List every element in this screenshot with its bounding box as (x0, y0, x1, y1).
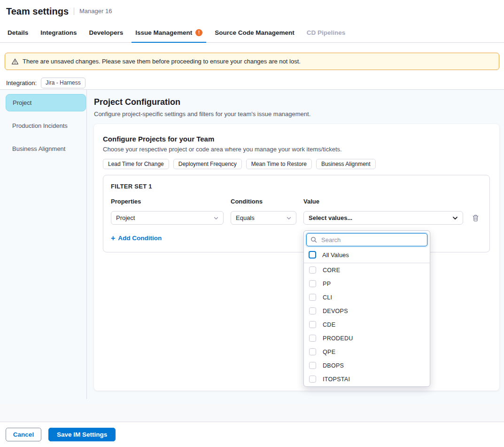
option-checkbox[interactable] (309, 376, 316, 383)
properties-column-label: Properties (111, 198, 224, 205)
dropdown-option[interactable]: PP (306, 277, 427, 290)
filter-set: FILTER SET 1 Properties Conditions Value… (103, 175, 490, 252)
select-all-option[interactable]: All Values (306, 246, 427, 263)
dropdown-option[interactable]: CORE (306, 263, 427, 277)
search-input[interactable] (320, 236, 423, 244)
option-checkbox[interactable] (309, 307, 316, 314)
main-panel: Project Configuration Configure project-… (87, 90, 504, 404)
condition-select[interactable]: Equals (231, 211, 296, 225)
integration-row: Integration: Jira - Harness (6, 77, 504, 89)
tab-label: Source Code Management (215, 29, 295, 36)
chevron-down-icon (286, 215, 292, 221)
option-label: DEVOPS (323, 308, 348, 314)
settings-sidebar: Project Production Incidents Business Al… (0, 90, 87, 399)
plus-icon: + (111, 235, 115, 241)
configure-projects-card: Configure Projects for your Team Choose … (94, 124, 499, 391)
dropdown-option[interactable]: QPE (306, 345, 427, 359)
value-column-label: Value (303, 198, 463, 205)
sidebar-item[interactable]: Project (6, 94, 86, 111)
sidebar-item-label: Business Alignment (12, 145, 65, 152)
banner-text: There are unsaved changes. Please save t… (23, 58, 301, 65)
warning-triangle-icon (11, 58, 19, 65)
property-select-value: Project (116, 214, 135, 221)
unsaved-changes-banner: There are unsaved changes. Please save t… (5, 53, 499, 70)
alert-badge-icon: ! (195, 29, 202, 36)
chevron-down-icon (452, 215, 458, 221)
option-checkbox[interactable] (309, 335, 316, 342)
search-icon (310, 236, 317, 243)
team-name-label: Manager 16 (74, 8, 112, 15)
option-checkbox[interactable] (309, 294, 316, 301)
condition-select-value: Equals (236, 214, 255, 221)
tab[interactable]: Details (1, 23, 34, 42)
tab[interactable]: Issue Management ! (129, 23, 209, 42)
cancel-button[interactable]: Cancel (6, 428, 41, 441)
footer-spacer (0, 404, 504, 422)
metric-chip[interactable]: Lead Time for Change (103, 159, 169, 169)
tab[interactable]: Source Code Management (209, 23, 301, 42)
card-title: Configure Projects for your Team (103, 135, 490, 143)
tab-label: Integrations (40, 29, 77, 36)
sidebar-item[interactable]: Production Incidents (6, 117, 86, 134)
delete-condition-button[interactable] (470, 213, 481, 223)
property-select[interactable]: Project (111, 211, 224, 225)
option-label: PRODEDU (323, 335, 353, 342)
sidebar-item[interactable]: Business Alignment (6, 140, 86, 157)
chevron-down-icon (213, 215, 219, 221)
tab-label: Developers (89, 29, 124, 36)
metric-chip[interactable]: Deployment Frequency (173, 159, 242, 169)
metric-chips: Lead Time for Change Deployment Frequenc… (103, 159, 490, 169)
option-checkbox[interactable] (309, 362, 316, 369)
save-im-settings-button[interactable]: Save IM Settings (48, 428, 116, 441)
section-subtitle: Configure project-specific settings and … (94, 110, 499, 118)
select-all-checkbox[interactable] (309, 251, 316, 259)
integration-label: Integration: (6, 79, 37, 86)
card-subtitle: Choose your respective project or code a… (103, 146, 490, 153)
metric-chip[interactable]: Business Alignment (316, 159, 376, 169)
select-all-label: All Values (322, 251, 349, 259)
dropdown-options: CORE PP (306, 263, 427, 387)
option-checkbox[interactable] (309, 267, 316, 274)
footer-actions: Cancel Save IM Settings (0, 422, 504, 447)
tab[interactable]: CD Pipelines (301, 23, 352, 42)
dropdown-option[interactable]: CDE (306, 318, 427, 331)
option-label: CDE (323, 322, 335, 328)
dropdown-option[interactable]: PRODEDU (306, 331, 427, 345)
dropdown-option[interactable]: DBOPS (306, 359, 427, 372)
tab-bar: Details Integrations Developers Issue Ma… (0, 23, 504, 43)
trash-icon (472, 214, 479, 222)
add-condition-button[interactable]: + Add Condition (111, 235, 162, 242)
tab[interactable]: Developers (83, 23, 130, 42)
tab-label: Issue Management (135, 29, 192, 36)
filter-set-title: FILTER SET 1 (111, 183, 482, 190)
dropdown-search (306, 233, 427, 246)
conditions-column-label: Conditions (231, 198, 296, 205)
tab-label: Details (8, 29, 28, 36)
value-select[interactable]: Select values... (303, 211, 463, 225)
value-select-wrapper: Select values... (303, 211, 463, 225)
value-select-placeholder: Select values... (309, 214, 352, 221)
option-checkbox[interactable] (309, 321, 316, 328)
page-title: Team settings (6, 6, 69, 17)
metric-chip[interactable]: Mean Time to Restore (246, 159, 312, 169)
add-condition-label: Add Condition (118, 235, 162, 242)
sidebar-item-label: Project (13, 99, 31, 106)
dropdown-option[interactable]: ITOPSTAI (306, 372, 427, 386)
option-label: CLI (323, 294, 332, 301)
option-checkbox[interactable] (309, 280, 316, 287)
integration-chip[interactable]: Jira - Harness (41, 78, 85, 88)
option-label: ITOPSTAI (323, 376, 350, 383)
option-checkbox[interactable] (309, 348, 316, 355)
value-dropdown-panel: All Values CORE (303, 230, 430, 387)
page-header: Team settings Manager 16 (0, 0, 504, 23)
dropdown-option[interactable]: PIPE (306, 386, 427, 387)
content-area: Project Production Incidents Business Al… (0, 89, 504, 404)
tab[interactable]: Integrations (34, 23, 83, 42)
sidebar-item-label: Production Incidents (12, 122, 68, 129)
filter-grid: Properties Conditions Value Project Equa… (111, 198, 482, 225)
option-label: CORE (323, 267, 340, 274)
option-label: QPE (323, 349, 335, 355)
dropdown-option[interactable]: DEVOPS (306, 304, 427, 318)
section-title: Project Configuration (94, 97, 499, 107)
dropdown-option[interactable]: CLI (306, 290, 427, 304)
